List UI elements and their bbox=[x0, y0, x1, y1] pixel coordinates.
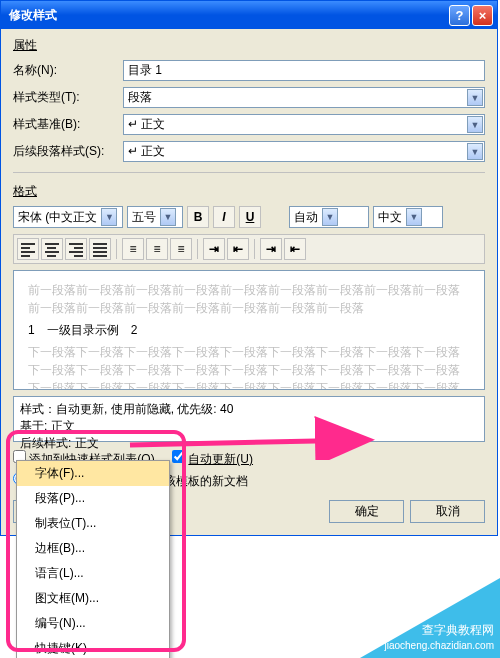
lang-combo[interactable]: 中文▼ bbox=[373, 206, 443, 228]
info-line1: 样式：自动更新, 使用前隐藏, 优先级: 40 bbox=[20, 401, 478, 418]
menu-frame[interactable]: 图文框(M)... bbox=[17, 586, 169, 611]
indent-inc-button[interactable]: ⇥ bbox=[260, 238, 282, 260]
chevron-down-icon: ▼ bbox=[467, 143, 483, 160]
help-button[interactable]: ? bbox=[449, 5, 470, 26]
align-justify-button[interactable] bbox=[89, 238, 111, 260]
color-combo[interactable]: 自动▼ bbox=[289, 206, 369, 228]
name-input[interactable] bbox=[123, 60, 485, 81]
titlebar[interactable]: 修改样式 ? × bbox=[1, 1, 497, 29]
auto-update-checkbox[interactable]: 自动更新(U) bbox=[172, 452, 253, 466]
dialog-title: 修改样式 bbox=[5, 7, 447, 24]
close-button[interactable]: × bbox=[472, 5, 493, 26]
base-label: 样式基准(B): bbox=[13, 116, 123, 133]
menu-shortcut[interactable]: 快捷键(K)... bbox=[17, 636, 169, 658]
type-label: 样式类型(T): bbox=[13, 89, 123, 106]
chevron-down-icon: ▼ bbox=[406, 208, 422, 226]
name-label: 名称(N): bbox=[13, 62, 123, 79]
spacing1-button[interactable]: ≡ bbox=[122, 238, 144, 260]
preview-grey-after: 下一段落下一段落下一段落下一段落下一段落下一段落下一段落下一段落下一段落下一段落… bbox=[28, 343, 470, 390]
para-before-button[interactable]: ⇥ bbox=[203, 238, 225, 260]
menu-border[interactable]: 边框(B)... bbox=[17, 536, 169, 561]
menu-numbering[interactable]: 编号(N)... bbox=[17, 611, 169, 636]
ok-button[interactable]: 确定 bbox=[329, 500, 404, 523]
indent-dec-button[interactable]: ⇤ bbox=[284, 238, 306, 260]
cancel-button[interactable]: 取消 bbox=[410, 500, 485, 523]
format-dropdown-menu: 字体(F)... 段落(P)... 制表位(T)... 边框(B)... 语言(… bbox=[16, 460, 170, 658]
style-info-box: 样式：自动更新, 使用前隐藏, 优先级: 40 基于: 正文 后续样式: 正文 bbox=[13, 396, 485, 442]
underline-button[interactable]: U bbox=[239, 206, 261, 228]
menu-paragraph[interactable]: 段落(P)... bbox=[17, 486, 169, 511]
bold-button[interactable]: B bbox=[187, 206, 209, 228]
chevron-down-icon: ▼ bbox=[467, 116, 483, 133]
font-combo[interactable]: 宋体 (中文正文▼ bbox=[13, 206, 123, 228]
menu-tabs[interactable]: 制表位(T)... bbox=[17, 511, 169, 536]
type-combo[interactable]: 段落▼ bbox=[123, 87, 485, 108]
chevron-down-icon: ▼ bbox=[160, 208, 176, 226]
next-label: 后续段落样式(S): bbox=[13, 143, 123, 160]
align-left-button[interactable] bbox=[17, 238, 39, 260]
size-combo[interactable]: 五号▼ bbox=[127, 206, 183, 228]
preview-grey-before: 前一段落前一段落前一段落前一段落前一段落前一段落前一段落前一段落前一段落前一段落… bbox=[28, 281, 470, 317]
menu-font[interactable]: 字体(F)... bbox=[17, 461, 169, 486]
spacing3-button[interactable]: ≡ bbox=[170, 238, 192, 260]
info-line2: 基于: 正文 bbox=[20, 418, 478, 435]
chevron-down-icon: ▼ bbox=[322, 208, 338, 226]
chevron-down-icon: ▼ bbox=[101, 208, 117, 226]
watermark-line2: jiaocheng.chazidian.com bbox=[384, 639, 494, 652]
format-heading: 格式 bbox=[13, 183, 485, 200]
next-combo[interactable]: ↵ 正文▼ bbox=[123, 141, 485, 162]
spacing2-button[interactable]: ≡ bbox=[146, 238, 168, 260]
chevron-down-icon: ▼ bbox=[467, 89, 483, 106]
properties-heading: 属性 bbox=[13, 37, 485, 54]
preview-box: 前一段落前一段落前一段落前一段落前一段落前一段落前一段落前一段落前一段落前一段落… bbox=[13, 270, 485, 390]
para-after-button[interactable]: ⇤ bbox=[227, 238, 249, 260]
align-right-button[interactable] bbox=[65, 238, 87, 260]
watermark-line1: 查字典教程网 bbox=[384, 623, 494, 639]
align-center-button[interactable] bbox=[41, 238, 63, 260]
preview-active: 1 一级目录示例 2 bbox=[28, 321, 470, 339]
modify-style-dialog: 修改样式 ? × 属性 名称(N): 样式类型(T): 段落▼ 样式基准(B):… bbox=[0, 0, 498, 536]
info-line3: 后续样式: 正文 bbox=[20, 435, 478, 452]
menu-language[interactable]: 语言(L)... bbox=[17, 561, 169, 586]
watermark: 查字典教程网 jiaocheng.chazidian.com bbox=[300, 568, 500, 658]
base-combo[interactable]: ↵ 正文▼ bbox=[123, 114, 485, 135]
paragraph-toolbar: ≡ ≡ ≡ ⇥ ⇤ ⇥ ⇤ bbox=[13, 234, 485, 264]
italic-button[interactable]: I bbox=[213, 206, 235, 228]
